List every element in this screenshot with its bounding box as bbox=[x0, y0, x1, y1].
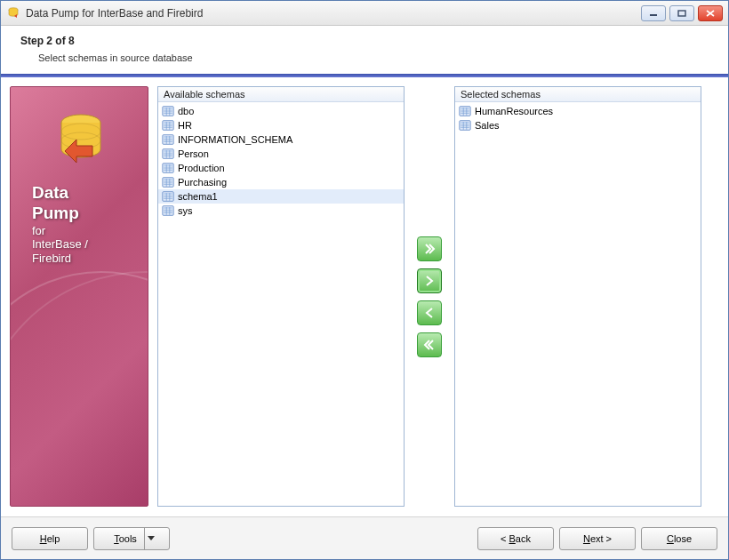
list-item[interactable]: schema1 bbox=[158, 189, 404, 204]
svg-rect-14 bbox=[164, 122, 172, 124]
product-db-icon bbox=[50, 110, 112, 172]
svg-rect-42 bbox=[164, 179, 172, 180]
product-name-text: Data Pump for InterBase / Firebird bbox=[32, 183, 88, 265]
schema-name: sys bbox=[178, 205, 193, 216]
wizard-close-button[interactable]: Close bbox=[641, 527, 717, 550]
available-schemas-panel: Available schemas dboHRINFORMATION_SCHEM… bbox=[157, 86, 405, 507]
schema-name: Person bbox=[178, 148, 209, 159]
remove-all-button[interactable] bbox=[417, 332, 442, 357]
svg-rect-28 bbox=[164, 150, 172, 152]
transfer-buttons bbox=[412, 86, 447, 507]
close-button[interactable] bbox=[698, 5, 723, 21]
list-item[interactable]: Production bbox=[158, 161, 404, 175]
svg-rect-56 bbox=[164, 207, 172, 209]
list-item[interactable]: sys bbox=[158, 204, 404, 218]
titlebar: Data Pump for InterBase and Firebird bbox=[1, 1, 728, 26]
svg-rect-70 bbox=[461, 122, 469, 124]
list-item[interactable]: HumanResources bbox=[455, 104, 701, 118]
selected-schemas-list[interactable]: HumanResourcesSales bbox=[455, 102, 701, 506]
maximize-button[interactable] bbox=[669, 5, 694, 21]
list-item[interactable]: Sales bbox=[455, 118, 701, 132]
schema-name: schema1 bbox=[178, 191, 218, 202]
list-item[interactable]: INFORMATION_SCHEMA bbox=[158, 132, 404, 147]
wizard-window: Data Pump for InterBase and Firebird Ste… bbox=[0, 0, 729, 560]
tools-dropdown-caret[interactable] bbox=[144, 528, 158, 549]
list-item[interactable]: HR bbox=[158, 118, 404, 132]
step-subtitle: Select schemas in source database bbox=[38, 52, 712, 63]
available-schemas-list[interactable]: dboHRINFORMATION_SCHEMAPersonProductionP… bbox=[158, 102, 404, 506]
available-schemas-label: Available schemas bbox=[158, 87, 404, 102]
schema-name: HumanResources bbox=[475, 106, 553, 116]
list-item[interactable]: Purchasing bbox=[158, 175, 404, 189]
add-all-button[interactable] bbox=[417, 236, 442, 261]
svg-rect-21 bbox=[164, 136, 172, 138]
schema-name: Production bbox=[178, 163, 225, 173]
branding-sidebar: Data Pump for InterBase / Firebird bbox=[10, 86, 148, 507]
svg-rect-49 bbox=[164, 193, 172, 195]
selected-schemas-panel: Selected schemas HumanResourcesSales bbox=[454, 86, 701, 507]
add-button[interactable] bbox=[417, 268, 442, 293]
selected-schemas-label: Selected schemas bbox=[455, 87, 701, 102]
schema-name: dbo bbox=[178, 106, 194, 116]
minimize-button[interactable] bbox=[641, 5, 666, 21]
app-icon bbox=[6, 6, 20, 20]
back-button[interactable]: < Back bbox=[477, 527, 554, 550]
remove-button[interactable] bbox=[417, 300, 442, 325]
wizard-header: Step 2 of 8 Select schemas in source dat… bbox=[1, 26, 728, 68]
svg-rect-35 bbox=[164, 164, 172, 166]
tools-button[interactable]: Tools bbox=[93, 527, 170, 550]
schema-name: Purchasing bbox=[178, 177, 227, 188]
next-button[interactable]: Next > bbox=[559, 527, 636, 550]
footer-bar: Help Tools < Back Next > Close bbox=[1, 516, 728, 559]
schema-name: HR bbox=[178, 120, 192, 131]
schema-name: Sales bbox=[475, 120, 500, 131]
svg-rect-1 bbox=[650, 14, 657, 16]
schema-name: INFORMATION_SCHEMA bbox=[178, 134, 292, 145]
list-item[interactable]: dbo bbox=[158, 104, 404, 118]
step-title: Step 2 of 8 bbox=[20, 35, 712, 47]
help-button[interactable]: Help bbox=[12, 527, 88, 550]
svg-rect-63 bbox=[461, 108, 469, 109]
svg-rect-7 bbox=[164, 108, 172, 109]
list-item[interactable]: Person bbox=[158, 147, 404, 161]
svg-rect-2 bbox=[678, 11, 685, 16]
window-title: Data Pump for InterBase and Firebird bbox=[26, 7, 641, 20]
